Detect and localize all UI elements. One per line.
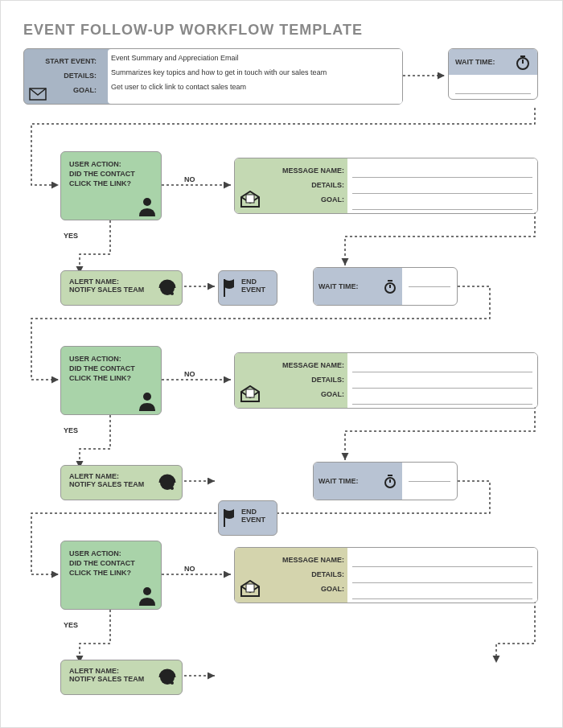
start-event-box: START EVENT: DETAILS: GOAL: Event Summar…	[23, 48, 403, 105]
svg-point-10	[171, 487, 174, 490]
end-label: END EVENT	[241, 278, 265, 294]
msg-label-1: MESSAGE NAME:	[282, 167, 344, 175]
svg-point-5	[171, 292, 174, 295]
message-box-3: MESSAGE NAME: DETAILS: GOAL:	[234, 547, 538, 603]
alert-text: NOTIFY SALES TEAM	[69, 286, 156, 294]
wait-box-1: WAIT TIME:	[448, 48, 538, 100]
decision-box-1: USER ACTION: DID THE CONTACT CLICK THE L…	[60, 151, 162, 220]
headset-icon	[156, 666, 179, 689]
start-label-1: START EVENT:	[27, 57, 101, 65]
msg-label-3: GOAL:	[321, 195, 344, 204]
wait-label-2: WAIT TIME:	[318, 282, 359, 290]
message-box-1: MESSAGE NAME: DETAILS: GOAL:	[234, 158, 538, 214]
decision-box-3: USER ACTION: DID THE CONTACT CLICK THE L…	[60, 541, 162, 610]
start-value-2: Summarizes key topics and how to get in …	[108, 65, 402, 80]
person-icon	[137, 390, 158, 411]
alert-box-2: ALERT NAME:NOTIFY SALES TEAM	[60, 465, 183, 500]
wait-label: WAIT TIME:	[455, 58, 495, 66]
no-label-1: NO	[184, 175, 195, 183]
no-label-3: NO	[184, 565, 195, 573]
svg-rect-3	[246, 195, 254, 203]
stopwatch-icon	[515, 54, 531, 70]
wait-box-3: WAIT TIME:	[313, 462, 458, 500]
person-icon	[137, 585, 158, 606]
decision-label: USER ACTION:	[69, 160, 138, 168]
open-mail-icon	[240, 191, 261, 208]
wait-box-2: WAIT TIME:	[313, 267, 458, 306]
yes-label-1: YES	[64, 232, 78, 240]
canvas: START EVENT: DETAILS: GOAL: Event Summar…	[23, 48, 541, 708]
open-mail-icon	[240, 385, 261, 403]
yes-label-2: YES	[64, 426, 78, 434]
page-title: EVENT FOLLOW-UP WORKFLOW TEMPLATE	[23, 22, 540, 39]
headset-icon	[156, 277, 179, 299]
alert-box-1: ALERT NAME: NOTIFY SALES TEAM	[60, 270, 183, 306]
svg-rect-13	[246, 584, 254, 592]
svg-rect-8	[246, 389, 254, 397]
flag-icon	[222, 278, 238, 298]
end-box-1: END EVENT	[218, 270, 277, 306]
start-value-3: Get user to click link to contact sales …	[108, 80, 402, 94]
alert-label: ALERT NAME:	[69, 278, 156, 286]
no-label-2: NO	[184, 370, 195, 378]
alert-box-3: ALERT NAME:NOTIFY SALES TEAM	[60, 660, 183, 695]
person-icon	[137, 195, 158, 216]
flag-icon	[222, 508, 238, 529]
msg-label-2: DETAILS:	[311, 181, 344, 189]
wait-value-line	[455, 81, 531, 94]
svg-point-7	[143, 393, 151, 401]
message-box-2: MESSAGE NAME: DETAILS: GOAL:	[234, 352, 538, 409]
end-box-2: END EVENT	[218, 500, 277, 536]
yes-label-3: YES	[64, 621, 78, 629]
svg-point-15	[171, 681, 174, 685]
stopwatch-icon	[383, 279, 397, 294]
open-mail-icon	[240, 580, 261, 598]
decision-text: DID THE CONTACT CLICK THE LINK?	[69, 170, 138, 188]
stopwatch-icon	[383, 474, 397, 488]
svg-point-12	[143, 587, 151, 595]
svg-point-2	[143, 198, 151, 206]
start-label-2: DETAILS:	[27, 72, 101, 80]
mail-icon	[29, 88, 47, 101]
start-value-1: Event Summary and Appreciation Email	[108, 51, 402, 65]
decision-box-2: USER ACTION: DID THE CONTACT CLICK THE L…	[60, 346, 162, 415]
page: EVENT FOLLOW-UP WORKFLOW TEMPLATE START …	[0, 0, 563, 728]
headset-icon	[156, 471, 179, 494]
